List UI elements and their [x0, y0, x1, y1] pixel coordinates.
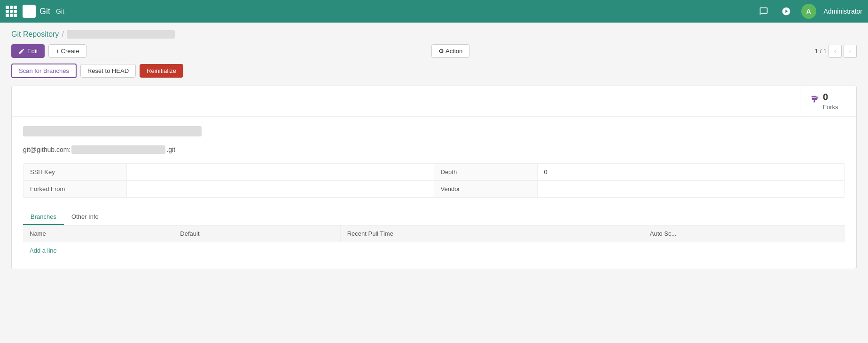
prev-page-button[interactable]: ‹: [829, 45, 842, 58]
depth-row: Depth 0: [434, 164, 845, 181]
col-recent-pull-time: Recent Pull Time: [340, 225, 643, 242]
forked-from-row: Forked From: [23, 181, 434, 198]
branches-table-wrap: Name Default Recent Pull Time Auto Sc...…: [23, 225, 845, 259]
action-row: Scan for Branches Reset to HEAD Reinitia…: [11, 64, 857, 78]
module-title: Git: [56, 8, 64, 15]
topnav: Git Git A Administrator: [0, 0, 868, 23]
col-auto-sc: Auto Sc...: [643, 225, 845, 242]
edit-button[interactable]: Edit: [11, 44, 45, 58]
tab-other-info[interactable]: Other Info: [64, 209, 106, 225]
forked-from-value: [127, 181, 434, 197]
card-top: 0 Forks: [12, 86, 856, 117]
ssh-key-value: [127, 164, 434, 180]
next-page-button[interactable]: ›: [844, 45, 857, 58]
reset-to-head-button[interactable]: Reset to HEAD: [80, 64, 136, 78]
forked-from-label: Forked From: [23, 181, 127, 197]
branches-table: Name Default Recent Pull Time Auto Sc...…: [23, 225, 845, 259]
main-card: 0 Forks git@github.com: .git SSH Key: [11, 86, 857, 269]
breadcrumb-separator: /: [62, 30, 63, 39]
fork-label: Forks: [823, 104, 838, 111]
app-title: Git: [39, 7, 50, 16]
col-name: Name: [23, 225, 173, 242]
ssh-key-label: SSH Key: [23, 164, 127, 180]
card-body: git@github.com: .git SSH Key Forked From: [12, 117, 856, 269]
action-button[interactable]: ⚙ Action: [431, 44, 469, 58]
vendor-value: [538, 181, 845, 197]
depth-label: Depth: [434, 164, 538, 180]
col-default: Default: [173, 225, 340, 242]
add-line-row: Add a line: [23, 242, 845, 259]
depth-vendor-section: Depth 0 Vendor: [434, 164, 845, 198]
activity-icon[interactable]: [779, 4, 794, 19]
toolbar: Edit + Create ⚙ Action 1 / 1 ‹ ›: [11, 44, 857, 58]
ssh-key-section: SSH Key Forked From: [23, 164, 434, 198]
git-url: git@github.com: .git: [23, 145, 845, 154]
username[interactable]: Administrator: [824, 8, 862, 15]
topnav-icons: A Administrator: [756, 4, 862, 19]
brand: Git: [23, 5, 50, 18]
pagination: 1 / 1 ‹ ›: [815, 45, 857, 58]
tabs: Branches Other Info: [23, 209, 845, 225]
breadcrumb: Git Repository /: [11, 30, 857, 39]
git-icon: [23, 5, 36, 18]
git-url-suffix: .git: [166, 146, 175, 153]
git-url-prefix: git@github.com:: [23, 146, 70, 153]
fork-info: 0 Forks: [823, 92, 838, 111]
git-url-redacted: [71, 145, 165, 154]
user-avatar[interactable]: A: [801, 4, 816, 19]
breadcrumb-parent[interactable]: Git Repository: [11, 30, 59, 39]
fork-icon: [810, 95, 820, 108]
page-container: Git Repository / Edit + Create ⚙ Action …: [0, 23, 868, 277]
pagination-label: 1 / 1: [815, 48, 827, 55]
scan-branches-button[interactable]: Scan for Branches: [11, 64, 77, 78]
forks-section: 0 Forks: [800, 86, 856, 116]
create-button[interactable]: + Create: [48, 44, 86, 58]
tab-branches[interactable]: Branches: [23, 209, 64, 225]
fork-count: 0: [823, 92, 838, 103]
add-a-line[interactable]: Add a line: [30, 247, 57, 254]
vendor-label: Vendor: [434, 181, 538, 197]
repo-title: [23, 126, 202, 136]
chat-icon[interactable]: [756, 4, 771, 19]
ssh-key-row: SSH Key: [23, 164, 434, 181]
fields-grid: SSH Key Forked From Depth 0 Vendo: [23, 163, 845, 198]
vendor-row: Vendor: [434, 181, 845, 198]
depth-value: 0: [538, 164, 845, 180]
apps-menu-icon[interactable]: [6, 6, 17, 17]
breadcrumb-current: [67, 30, 175, 39]
user-initial: A: [806, 8, 811, 15]
reinitialize-button[interactable]: Reinitialize: [140, 64, 183, 78]
